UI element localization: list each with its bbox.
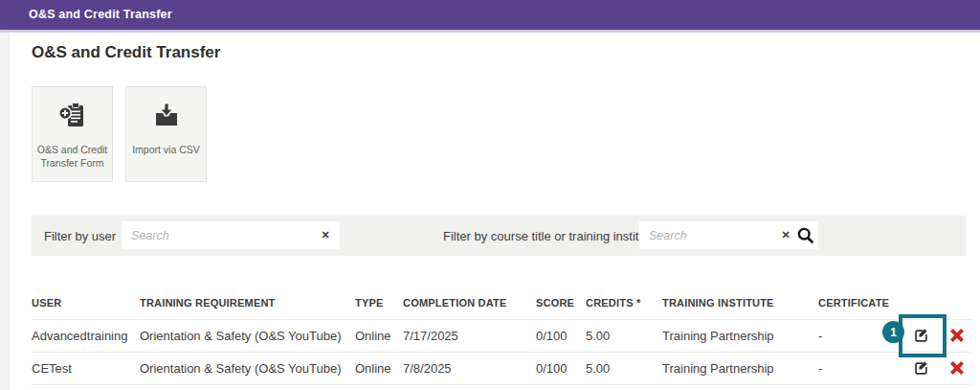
filter-user-input[interactable] (122, 221, 340, 249)
page-title: O&S and Credit Transfer (32, 43, 220, 62)
col-header-credits: CREDITS * (586, 287, 662, 319)
import-download-icon (150, 100, 183, 136)
cell-credits: 5.00 (586, 352, 662, 384)
left-edge-strip (0, 33, 10, 390)
search-icon[interactable] (796, 226, 815, 245)
cell-score: 0/100 (536, 319, 586, 352)
toolbar-cards: O&S and Credit Transfer Form Import via … (32, 86, 207, 182)
cell-type: Online (355, 319, 403, 352)
cell-training-requirement: Orientation & Safety (O&S YouTube) (140, 352, 355, 384)
cell-credits: 5.00 (586, 319, 662, 352)
cell-certificate: - (818, 352, 898, 384)
col-header-edit (898, 287, 943, 319)
table-row: Advancedtraining Orientation & Safety (O… (32, 319, 971, 352)
table-header-row: USER TRAINING REQUIREMENT TYPE COMPLETIO… (32, 287, 971, 319)
cell-training-institute: Training Partnership (662, 352, 818, 384)
col-header-training-institute: TRAINING INSTITUTE (662, 287, 818, 319)
top-header-bar: O&S and Credit Transfer (0, 0, 980, 33)
os-credit-transfer-form-label: O&S and Credit Transfer Form (33, 143, 112, 170)
filter-by-user-label: Filter by user (44, 229, 116, 243)
col-header-training-requirement: TRAINING REQUIREMENT (140, 287, 355, 319)
cell-score: 0/100 (536, 352, 586, 384)
delete-icon[interactable] (948, 359, 966, 377)
clear-user-filter-icon[interactable]: ✕ (319, 228, 332, 241)
results-table: USER TRAINING REQUIREMENT TYPE COMPLETIO… (32, 287, 971, 385)
col-header-type: TYPE (355, 287, 403, 319)
cell-user: CETest (32, 352, 140, 384)
delete-icon[interactable] (948, 327, 966, 344)
col-header-user: USER (32, 287, 140, 319)
clear-course-filter-icon[interactable]: ✕ (779, 228, 792, 241)
cell-user: Advancedtraining (32, 319, 140, 352)
col-header-delete (943, 287, 971, 319)
clipboard-plus-icon (56, 100, 89, 136)
col-header-score: SCORE (536, 287, 586, 319)
cell-training-institute: Training Partnership (662, 319, 818, 352)
cell-training-requirement: Orientation & Safety (O&S YouTube) (140, 319, 355, 352)
filter-by-course-label: Filter by course title or training insti… (443, 229, 657, 243)
os-credit-transfer-form-button[interactable]: O&S and Credit Transfer Form (32, 86, 113, 182)
top-header-title: O&S and Credit Transfer (29, 0, 172, 30)
cell-type: Online (355, 352, 403, 384)
import-via-csv-label: Import via CSV (129, 143, 203, 156)
table-row: CETest Orientation & Safety (O&S YouTube… (32, 352, 971, 384)
edit-icon[interactable] (912, 359, 929, 377)
filter-user-input-wrap: ✕ (122, 221, 340, 249)
filter-course-input-wrap: ✕ (639, 221, 818, 249)
cell-completion-date: 7/8/2025 (403, 352, 536, 384)
import-via-csv-button[interactable]: Import via CSV (125, 86, 207, 182)
edit-icon[interactable] (912, 327, 929, 344)
col-header-certificate: CERTIFICATE (818, 287, 898, 319)
col-header-completion-date: COMPLETION DATE (403, 287, 536, 319)
cell-completion-date: 7/17/2025 (403, 319, 536, 352)
cell-certificate: - (818, 319, 898, 352)
filter-bar: Filter by user ✕ Filter by course title … (32, 216, 966, 256)
